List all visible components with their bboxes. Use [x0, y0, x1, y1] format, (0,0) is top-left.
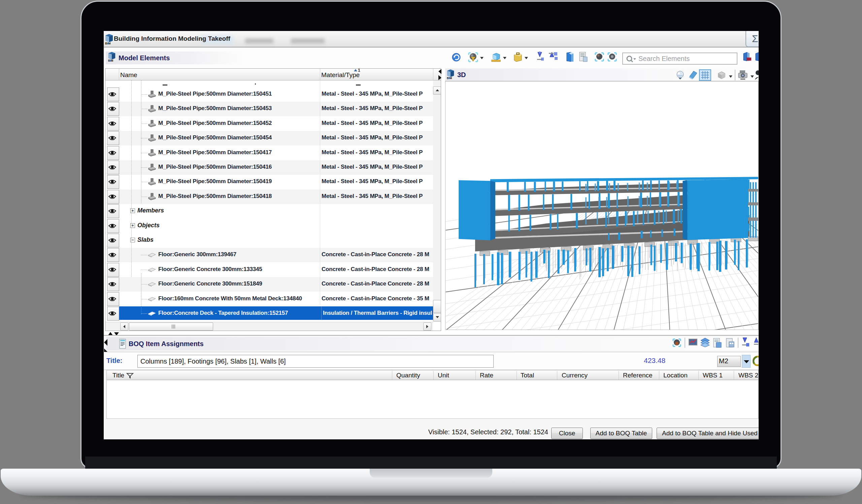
svg-text:BIM: BIM	[108, 59, 113, 62]
svg-text:BIM: BIM	[447, 77, 452, 79]
svg-text:1: 1	[358, 68, 360, 72]
svg-text:BIM: BIM	[105, 42, 111, 45]
